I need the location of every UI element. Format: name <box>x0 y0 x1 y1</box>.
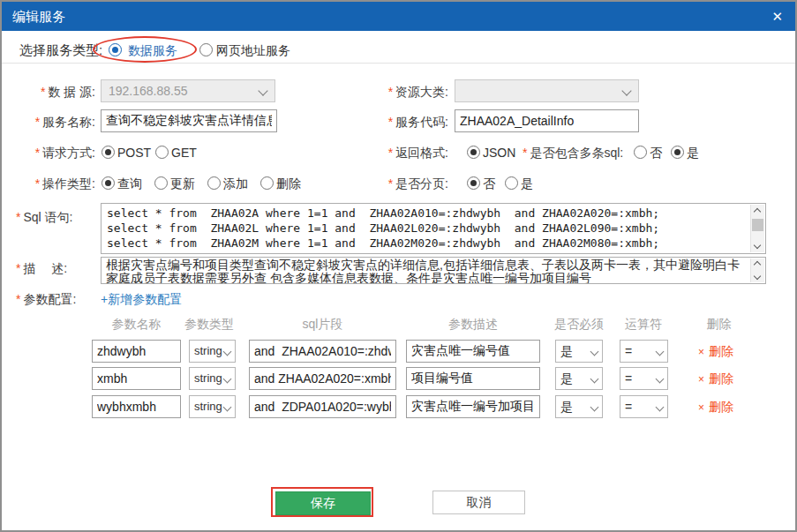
chevron-down-icon <box>590 348 599 356</box>
sql-text[interactable]: select * from ZHAA02A where 1=1 and ZHAA… <box>102 204 750 253</box>
param-sql-input[interactable] <box>249 395 396 418</box>
return-format-label: *返回格式: <box>372 144 448 161</box>
radio-paging-yes[interactable] <box>505 176 518 190</box>
header-sql-fragment: sql片段 <box>249 316 396 332</box>
divider <box>2 63 795 64</box>
param-operator-select[interactable]: = <box>620 395 668 418</box>
radio-op-add-label[interactable]: 添加 <box>223 175 248 192</box>
param-desc-input[interactable] <box>406 340 540 363</box>
param-required-select[interactable]: 是 <box>555 340 603 363</box>
chevron-down-icon <box>590 403 599 412</box>
header-required: 是否必须 <box>549 316 609 332</box>
scroll-down-icon[interactable] <box>754 273 761 280</box>
header-param-type: 参数类型 <box>183 316 236 332</box>
param-name-input[interactable] <box>92 395 181 418</box>
radio-json-label[interactable]: JSON <box>483 144 515 161</box>
radio-post[interactable] <box>102 146 115 159</box>
radio-op-update[interactable] <box>154 176 168 190</box>
param-required-select[interactable]: 是 <box>555 367 603 390</box>
header-operator: 运算符 <box>617 316 670 332</box>
chevron-down-icon <box>223 375 232 384</box>
radio-multi-sql-no[interactable] <box>634 146 647 159</box>
chevron-down-icon <box>621 86 631 95</box>
scroll-down-icon[interactable] <box>754 242 761 249</box>
param-type-select[interactable]: string <box>189 340 236 363</box>
radio-paging-yes-label[interactable]: 是 <box>521 175 533 192</box>
radio-op-query[interactable] <box>102 176 115 190</box>
data-source-label: *数 据 源: <box>14 83 95 101</box>
param-type-select[interactable]: string <box>189 367 236 390</box>
dialog-title: 编辑服务 <box>12 2 65 31</box>
radio-op-delete-label[interactable]: 删除 <box>276 175 301 192</box>
description-textarea[interactable]: 根据灾害点编号和项目类型查询不稳定斜坡灾害点的详细信息,包括详细信息表、子表以及… <box>101 257 766 284</box>
radio-data-service-label[interactable]: 数据服务 <box>128 41 177 59</box>
delete-x-icon: × <box>698 401 704 414</box>
param-sql-input[interactable] <box>249 340 396 363</box>
delete-x-icon: × <box>698 346 704 358</box>
description-text[interactable]: 根据灾害点编号和项目类型查询不稳定斜坡灾害点的详细信息,包括详细信息表、子表以及… <box>102 258 750 283</box>
edit-service-dialog: 编辑服务 ✕ 选择服务类型: 数据服务 网页地址服务 *数 据 源: 192.1… <box>0 0 797 532</box>
radio-web-service[interactable] <box>199 43 213 56</box>
scroll-up-icon[interactable] <box>754 261 761 268</box>
param-desc-input[interactable] <box>406 367 540 390</box>
radio-op-query-label[interactable]: 查询 <box>117 175 142 192</box>
radio-multi-sql-yes-label[interactable]: 是 <box>687 144 699 161</box>
header-param-desc: 参数描述 <box>406 316 540 332</box>
radio-paging-no[interactable] <box>467 176 480 190</box>
param-desc-input[interactable] <box>406 395 540 418</box>
radio-get-label[interactable]: GET <box>171 144 197 161</box>
param-operator-select[interactable]: = <box>620 367 668 390</box>
delete-param-button[interactable]: ×删除 <box>698 395 733 419</box>
radio-json[interactable] <box>467 146 480 159</box>
chevron-down-icon <box>656 348 665 356</box>
param-operator-select[interactable]: = <box>620 340 668 363</box>
cancel-button[interactable]: 取消 <box>432 491 525 514</box>
multi-sql-label: *是否包含多条sql: <box>523 144 623 161</box>
radio-get[interactable] <box>155 146 169 159</box>
service-type-label: 选择服务类型: <box>19 41 102 59</box>
chevron-down-icon <box>223 403 232 412</box>
delete-param-button[interactable]: ×删除 <box>698 340 733 363</box>
radio-paging-no-label[interactable]: 否 <box>483 175 495 192</box>
param-name-input[interactable] <box>92 367 181 390</box>
delete-param-button[interactable]: ×删除 <box>698 367 733 391</box>
header-param-name: 参数名称 <box>92 316 181 332</box>
scroll-thumb[interactable] <box>752 219 763 231</box>
save-button[interactable]: 保存 <box>275 491 371 515</box>
radio-web-service-label[interactable]: 网页地址服务 <box>216 41 290 59</box>
service-name-input[interactable] <box>101 109 277 132</box>
radio-data-service[interactable] <box>109 43 122 56</box>
chevron-down-icon <box>258 86 267 95</box>
scroll-up-icon[interactable] <box>754 208 761 215</box>
operation-type-label: *操作类型: <box>14 175 95 192</box>
data-source-select[interactable]: 192.168.88.55 <box>101 79 275 102</box>
delete-x-icon: × <box>698 373 704 386</box>
param-required-select[interactable]: 是 <box>555 395 603 418</box>
param-config-label: *参数配置: <box>16 290 76 308</box>
radio-post-label[interactable]: POST <box>117 144 151 161</box>
description-label: *描 述: <box>16 259 67 277</box>
chevron-down-icon <box>656 375 665 384</box>
radio-op-update-label[interactable]: 更新 <box>170 175 195 192</box>
radio-op-add[interactable] <box>207 176 221 190</box>
header-delete: 删除 <box>690 316 748 332</box>
param-type-select[interactable]: string <box>189 395 236 418</box>
add-param-link[interactable]: +新增参数配置 <box>101 290 182 308</box>
param-sql-input[interactable] <box>249 367 396 390</box>
resource-category-select[interactable] <box>455 79 639 102</box>
sql-label: *Sql 语句: <box>16 208 72 226</box>
radio-multi-sql-yes[interactable] <box>671 146 684 159</box>
radio-op-delete[interactable] <box>260 176 274 190</box>
radio-multi-sql-no-label[interactable]: 否 <box>650 144 662 161</box>
sql-scrollbar[interactable] <box>750 205 764 252</box>
service-code-input[interactable] <box>455 109 639 132</box>
description-scrollbar[interactable] <box>750 259 764 282</box>
chevron-down-icon <box>590 375 599 384</box>
service-code-label: *服务代码: <box>372 113 448 131</box>
paging-label: *是否分页: <box>372 175 448 192</box>
close-icon[interactable]: ✕ <box>771 2 783 31</box>
service-name-label: *服务名称: <box>14 113 95 131</box>
chevron-down-icon <box>223 348 232 356</box>
param-name-input[interactable] <box>92 340 181 363</box>
sql-textarea[interactable]: select * from ZHAA02A where 1=1 and ZHAA… <box>101 203 766 254</box>
